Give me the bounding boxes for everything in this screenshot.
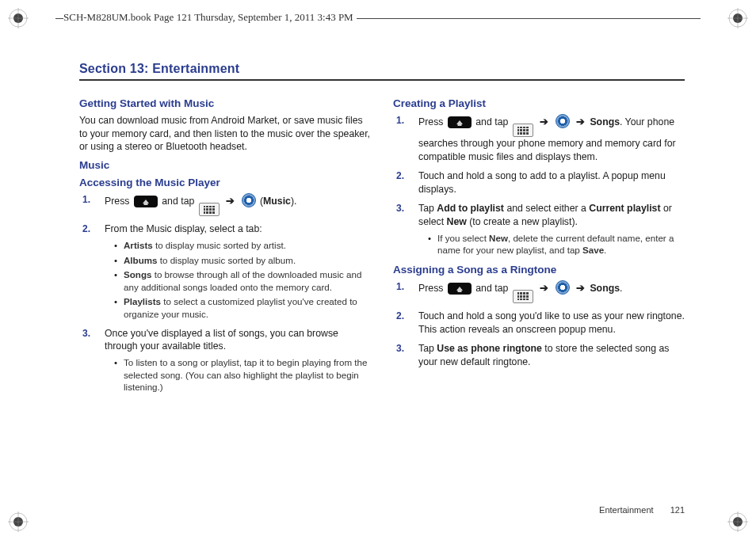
step-number: 3. bbox=[82, 327, 90, 340]
heading-getting-started: Getting Started with Music bbox=[79, 97, 371, 111]
text: (Music). bbox=[260, 196, 296, 207]
apps-grid-icon bbox=[513, 290, 533, 303]
home-key-icon bbox=[448, 116, 472, 128]
footer-page: 121 bbox=[670, 505, 685, 515]
arrow-icon: ➔ bbox=[576, 115, 585, 129]
music-disc-icon bbox=[242, 193, 256, 207]
step-number: 2. bbox=[82, 222, 90, 235]
crop-mark-tl bbox=[8, 8, 29, 29]
playlist-step-3: 3. Tap Add to playlist and select either… bbox=[407, 202, 685, 256]
ringtone-step-3: 3. Tap Use as phone ringtone to store th… bbox=[407, 342, 685, 368]
step-number: 2. bbox=[396, 310, 404, 322]
access-step-2: 2. From the Music display, select a tab:… bbox=[94, 222, 371, 320]
arrow-icon: ➔ bbox=[540, 281, 548, 295]
playlist-step-2: 2. Touch and hold a song to add to a pla… bbox=[407, 169, 685, 196]
arrow-icon: ➔ bbox=[540, 115, 548, 129]
step-number: 1. bbox=[396, 114, 404, 127]
songs-label: Songs bbox=[590, 283, 620, 294]
tab-playlists: Playlists to select a customized playlis… bbox=[116, 295, 371, 320]
step-number: 3. bbox=[396, 202, 404, 215]
text: Touch and hold a song to add to a playli… bbox=[418, 170, 666, 195]
left-column: Getting Started with Music You can downl… bbox=[79, 92, 371, 400]
crop-mark-tr bbox=[727, 8, 748, 29]
text: and tap bbox=[475, 116, 510, 127]
step-number: 2. bbox=[396, 169, 404, 182]
ringtone-step-1: 1. Press and tap ➔ ➔ Songs. bbox=[407, 280, 685, 303]
crop-mark-br bbox=[727, 511, 748, 532]
step-number: 1. bbox=[82, 193, 90, 206]
step3-sub: To listen to a song or playlist, tap it … bbox=[116, 356, 371, 394]
header-text: SCH-M828UM.book Page 121 Thursday, Septe… bbox=[63, 11, 357, 24]
section-title: Section 13: Entertainment bbox=[79, 62, 685, 81]
music-disc-icon bbox=[556, 280, 570, 295]
apps-grid-icon bbox=[199, 203, 220, 216]
apps-grid-icon bbox=[513, 124, 533, 137]
text: Tap bbox=[418, 343, 437, 354]
text: Press bbox=[105, 196, 132, 207]
text: Press bbox=[418, 283, 446, 294]
tab-albums: Albums to display music sorted by album. bbox=[116, 254, 371, 267]
ringtone-step-2: 2. Touch and hold a song you'd like to u… bbox=[407, 310, 685, 336]
heading-music: Music bbox=[79, 158, 371, 173]
tab-songs: Songs to browse through all of the downl… bbox=[116, 268, 371, 293]
playlist-step-3-sub: If you select New, delete the current de… bbox=[430, 232, 685, 257]
text: and tap bbox=[162, 196, 197, 207]
text: Once you've displayed a list of songs, y… bbox=[105, 328, 338, 352]
home-key-icon bbox=[448, 283, 472, 295]
home-key-icon bbox=[134, 196, 158, 207]
text: and tap bbox=[475, 283, 510, 294]
access-step-1: 1. Press and tap ➔ (Music). bbox=[94, 193, 371, 216]
music-disc-icon bbox=[556, 114, 570, 128]
heading-accessing: Accessing the Music Player bbox=[79, 176, 371, 190]
playlist-step-1: 1. Press and tap ➔ ➔ Songs. Your phone s… bbox=[407, 114, 685, 163]
step-number: 3. bbox=[396, 342, 404, 355]
right-column: Creating a Playlist 1. Press and tap ➔ ➔… bbox=[393, 92, 685, 400]
arrow-icon: ➔ bbox=[226, 194, 235, 208]
crop-mark-bl bbox=[8, 511, 29, 532]
tab-artists: Artists to display music sorted by artis… bbox=[116, 239, 371, 252]
text: Touch and hold a song you'd like to use … bbox=[418, 310, 685, 335]
page-footer: Entertainment 121 bbox=[599, 505, 685, 515]
heading-assigning-ringtone: Assigning a Song as a Ringtone bbox=[393, 263, 685, 277]
step-number: 1. bbox=[396, 280, 404, 293]
text: . bbox=[620, 283, 622, 294]
footer-section: Entertainment bbox=[599, 505, 653, 515]
songs-label: Songs bbox=[590, 116, 620, 127]
heading-creating-playlist: Creating a Playlist bbox=[393, 97, 685, 111]
arrow-icon: ➔ bbox=[576, 281, 585, 295]
text: Tap bbox=[418, 203, 437, 214]
text: Press bbox=[418, 116, 446, 127]
access-step-3: 3. Once you've displayed a list of songs… bbox=[94, 327, 371, 394]
para-getting-started: You can download music from Android Mark… bbox=[79, 114, 371, 154]
text: From the Music display, select a tab: bbox=[105, 223, 262, 234]
